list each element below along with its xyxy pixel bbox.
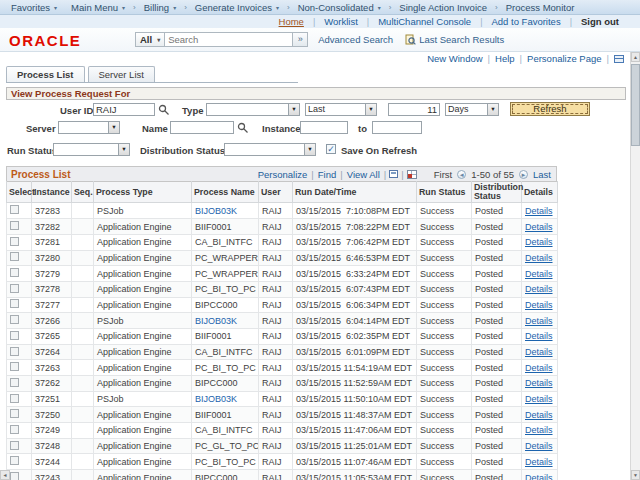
name-field[interactable] [170, 121, 234, 134]
search-go-button[interactable]: » [293, 32, 308, 47]
instance-from-field[interactable] [300, 121, 348, 134]
multichannel-console-link[interactable]: MultiChannel Console [369, 16, 480, 27]
breadcrumb-single-action-invoice[interactable]: Single Action Invoice [392, 2, 494, 13]
breadcrumb-non-consolidated[interactable]: Non-Consolidated▾ [291, 2, 388, 13]
personalize-page-link[interactable]: Personalize Page [522, 53, 606, 64]
details-link[interactable]: Details [525, 284, 553, 294]
details-link[interactable]: Details [525, 222, 553, 232]
details-link[interactable]: Details [525, 347, 553, 357]
scroll-left-icon[interactable]: ◄ [0, 470, 10, 480]
tab-process-list[interactable]: Process List [6, 66, 85, 82]
row-select-checkbox[interactable] [10, 441, 19, 450]
tab-server-list[interactable]: Server List [88, 66, 155, 82]
details-link[interactable]: Details [525, 425, 553, 435]
type-select[interactable]: ▼ [206, 103, 300, 116]
pager-last-link[interactable]: Last [532, 169, 552, 180]
details-link[interactable]: Details [525, 300, 553, 310]
scroll-down-icon[interactable]: ▼ [631, 470, 640, 480]
new-window-link[interactable]: New Window [422, 53, 487, 64]
personalize-layout-icon[interactable] [614, 55, 624, 63]
distribution-status-cell: Posted [472, 219, 522, 235]
save-on-refresh-checkbox[interactable]: ✓ [326, 144, 336, 154]
details-link[interactable]: Details [525, 410, 553, 420]
details-link[interactable]: Details [525, 206, 553, 216]
run-status-select[interactable]: ▼ [53, 143, 130, 156]
chevron-down-icon: ▾ [122, 4, 125, 11]
table-row: 37263Application EnginePC_BI_TO_PCRAIJ03… [7, 360, 558, 376]
process-name-link[interactable]: BIJOB03K [195, 394, 237, 404]
previous-page-icon[interactable]: ◄ [457, 170, 466, 179]
instance-cell: 37281 [32, 234, 72, 250]
process-name-cell: PC_BI_TO_PC [192, 454, 259, 470]
help-link[interactable]: Help [490, 53, 520, 64]
days-unit-select[interactable]: Days▼ [445, 103, 499, 116]
details-link[interactable]: Details [525, 237, 553, 247]
details-link[interactable]: Details [525, 378, 553, 388]
row-select-checkbox[interactable] [10, 237, 19, 246]
row-select-checkbox[interactable] [10, 378, 19, 387]
user-id-field[interactable] [93, 103, 155, 116]
download-to-excel-icon[interactable] [407, 170, 417, 179]
name-lookup-icon[interactable] [237, 122, 249, 136]
days-count-field[interactable] [388, 103, 440, 116]
distribution-status-select[interactable]: ▼ [224, 143, 316, 156]
row-select-checkbox[interactable] [10, 409, 19, 418]
details-link[interactable]: Details [525, 394, 553, 404]
row-select-checkbox[interactable] [10, 221, 19, 230]
row-select-checkbox[interactable] [10, 252, 19, 261]
search-scope-dropdown[interactable]: All▾ [135, 32, 165, 47]
details-link[interactable]: Details [525, 441, 553, 451]
add-to-favorites-link[interactable]: Add to Favorites [482, 16, 569, 27]
row-select-checkbox[interactable] [10, 315, 19, 324]
row-select-checkbox[interactable] [10, 394, 19, 403]
row-select-checkbox[interactable] [10, 299, 19, 308]
vertical-scrollbar-thumb[interactable] [631, 64, 640, 146]
user-cell: RAIJ [259, 328, 293, 344]
instance-to-field[interactable] [372, 121, 422, 134]
to-label: to [358, 123, 367, 134]
worklist-link[interactable]: Worklist [315, 16, 367, 27]
last-select[interactable]: Last▼ [305, 103, 377, 116]
process-name-cell: BIJOB03K [192, 313, 259, 329]
details-link[interactable]: Details [525, 457, 553, 467]
search-input[interactable] [165, 32, 293, 47]
details-link[interactable]: Details [525, 363, 553, 373]
row-select-checkbox[interactable] [10, 347, 19, 356]
next-page-icon[interactable]: ► [519, 170, 528, 179]
link-separator: | [607, 53, 609, 64]
zoom-grid-icon[interactable] [389, 170, 398, 178]
details-link[interactable]: Details [525, 253, 553, 263]
details-link[interactable]: Details [525, 331, 553, 341]
home-link[interactable]: Home [270, 16, 313, 27]
sign-out-link[interactable]: Sign out [572, 16, 628, 27]
breadcrumb-favorites[interactable]: Favorites▾ [4, 2, 64, 13]
server-select[interactable]: ▼ [58, 121, 120, 134]
last-search-results-link[interactable]: Last Search Results [405, 34, 504, 45]
row-select-checkbox[interactable] [10, 268, 19, 277]
details-link[interactable]: Details [525, 269, 553, 279]
find-link[interactable]: Find [315, 169, 339, 180]
details-link[interactable]: Details [525, 473, 553, 480]
advanced-search-link[interactable]: Advanced Search [318, 34, 393, 45]
breadcrumb-generate-invoices[interactable]: Generate Invoices▾ [188, 2, 286, 13]
row-select-checkbox[interactable] [10, 472, 19, 480]
select-cell [7, 219, 32, 235]
row-select-checkbox[interactable] [10, 425, 19, 434]
personalize-link[interactable]: Personalize [255, 169, 311, 180]
row-select-checkbox[interactable] [10, 284, 19, 293]
details-link[interactable]: Details [525, 316, 553, 326]
scroll-up-icon[interactable]: ▲ [631, 52, 640, 62]
user-id-lookup-icon[interactable] [158, 104, 170, 118]
row-select-checkbox[interactable] [10, 331, 19, 340]
view-all-link[interactable]: View All [344, 169, 383, 180]
process-name-cell: BIPCC000 [192, 297, 259, 313]
process-name-link[interactable]: BIJOB03K [195, 206, 237, 216]
breadcrumb-billing[interactable]: Billing▾ [137, 2, 183, 13]
refresh-button[interactable]: Refresh [510, 102, 590, 116]
breadcrumb-main-menu[interactable]: Main Menu▾ [64, 2, 132, 13]
row-select-checkbox[interactable] [10, 205, 19, 214]
row-select-checkbox[interactable] [10, 456, 19, 465]
process-name-link[interactable]: BIJOB03K [195, 316, 237, 326]
row-select-checkbox[interactable] [10, 362, 19, 371]
vertical-scrollbar[interactable]: ▲ ▼ [630, 52, 640, 480]
